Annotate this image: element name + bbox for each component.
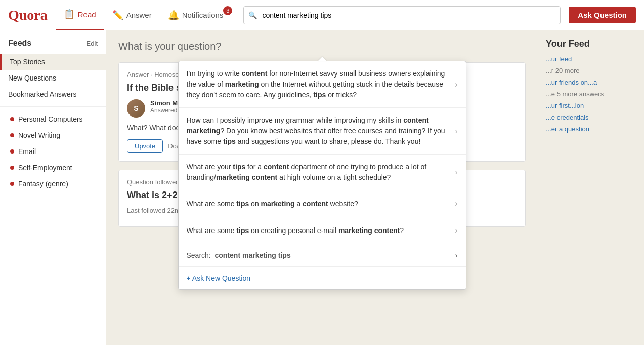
feed-item-3[interactable]: ...ur first...ion xyxy=(546,102,636,109)
dropdown-result-5-text: What are some tips on creating personal … xyxy=(187,225,450,236)
sidebar-item-bookmarked-answers[interactable]: Bookmarked Answers xyxy=(0,86,106,102)
feed-item-1[interactable]: ...ur feed xyxy=(546,55,636,63)
feed-item-4[interactable]: ...e credentials xyxy=(546,113,636,121)
feeds-title: Feeds xyxy=(8,39,31,48)
right-sidebar-title: Your Feed xyxy=(546,39,636,49)
content-area: What is your question? Answer · Homosexu… xyxy=(106,30,538,345)
notification-badge: 3 xyxy=(223,6,232,15)
avatar: S xyxy=(127,99,145,118)
dropdown-result-3-text: What are your tips for a content departm… xyxy=(187,162,450,183)
topic-dot xyxy=(10,182,14,186)
feed-more-1[interactable]: ...r 20 more xyxy=(546,67,636,74)
dropdown-result-1[interactable]: I'm trying to write content for non-Inte… xyxy=(179,61,466,108)
topic-dot xyxy=(10,166,14,170)
sidebar: Feeds Edit Top Stories New Questions Boo… xyxy=(0,30,106,345)
dropdown-result-3[interactable]: What are your tips for a content departm… xyxy=(179,155,466,190)
ask-question-button[interactable]: Ask Question xyxy=(569,7,636,23)
nav-answer[interactable]: ✏️ Answer xyxy=(104,0,160,30)
answer-icon: ✏️ xyxy=(112,10,123,21)
right-sidebar: Your Feed ...ur feed ...r 20 more ...ur … xyxy=(538,30,644,345)
sidebar-item-top-stories[interactable]: Top Stories xyxy=(0,54,106,70)
avatar-image: S xyxy=(127,99,145,118)
dropdown-result-1-text: I'm trying to write content for non-Inte… xyxy=(187,68,450,100)
dropdown-search-row[interactable]: Search: content marketing tips › xyxy=(179,244,466,267)
main-layout: Feeds Edit Top Stories New Questions Boo… xyxy=(0,30,644,345)
dropdown-result-5[interactable]: What are some tips on creating personal … xyxy=(179,217,466,244)
topic-dot xyxy=(10,133,14,137)
sidebar-item-personal-computers[interactable]: Personal Computers xyxy=(0,111,106,127)
bell-icon: 🔔 xyxy=(168,10,179,21)
header: Quora 📋 Read ✏️ Answer 🔔 Notifications 3… xyxy=(0,0,644,30)
chevron-icon-2: › xyxy=(455,125,457,137)
chevron-icon-1: › xyxy=(455,79,457,91)
chevron-icon-3: › xyxy=(455,166,457,178)
topic-dot xyxy=(10,117,14,121)
sidebar-item-self-employment[interactable]: Self-Employment xyxy=(0,160,106,176)
search-icon: 🔍 xyxy=(248,11,257,19)
chevron-icon-5: › xyxy=(455,224,457,237)
nav-notifications-label: Notifications xyxy=(182,11,224,19)
upvote-button[interactable]: Upvote xyxy=(127,139,163,153)
chevron-icon-4: › xyxy=(455,198,457,210)
feed-item-5[interactable]: ...er a question xyxy=(546,125,636,133)
nav-read[interactable]: 📋 Read xyxy=(56,0,104,30)
sidebar-header: Feeds Edit xyxy=(0,39,106,54)
nav-read-label: Read xyxy=(78,10,96,19)
dropdown-ask-question[interactable]: + Ask New Question xyxy=(179,267,466,289)
sidebar-divider xyxy=(0,106,106,107)
nav-answer-label: Answer xyxy=(126,11,152,19)
dropdown-result-2[interactable]: How can I possibly improve my grammar wh… xyxy=(179,108,466,155)
topic-dot xyxy=(10,149,14,154)
sidebar-item-novel-writing[interactable]: Novel Writing xyxy=(0,127,106,143)
chevron-icon-search: › xyxy=(455,251,458,259)
search-input[interactable] xyxy=(243,6,561,24)
nav-notifications[interactable]: 🔔 Notifications 3 xyxy=(160,0,236,30)
dropdown-result-4[interactable]: What are some tips on marketing a conten… xyxy=(179,190,466,217)
dropdown-search-label: Search: content marketing tips xyxy=(187,251,291,259)
sidebar-item-email[interactable]: Email xyxy=(0,143,106,160)
sidebar-item-fantasy-genre[interactable]: Fantasy (genre) xyxy=(0,176,106,192)
read-icon: 📋 xyxy=(64,9,75,20)
question-prompt: What is your question? xyxy=(118,41,526,52)
sidebar-item-new-questions[interactable]: New Questions xyxy=(0,70,106,86)
search-dropdown: I'm trying to write content for non-Inte… xyxy=(178,61,466,290)
search-container: 🔍 xyxy=(243,6,561,24)
dropdown-arrow xyxy=(318,57,327,61)
dropdown-result-2-text: How can I possibly improve my grammar wh… xyxy=(187,115,450,147)
quora-logo[interactable]: Quora xyxy=(8,7,48,23)
feed-item-2[interactable]: ...ur friends on...a xyxy=(546,79,636,86)
feed-more-2[interactable]: ...e 5 more answers xyxy=(546,90,636,98)
sidebar-edit-button[interactable]: Edit xyxy=(87,40,98,47)
dropdown-result-4-text: What are some tips on marketing a conten… xyxy=(187,199,450,209)
